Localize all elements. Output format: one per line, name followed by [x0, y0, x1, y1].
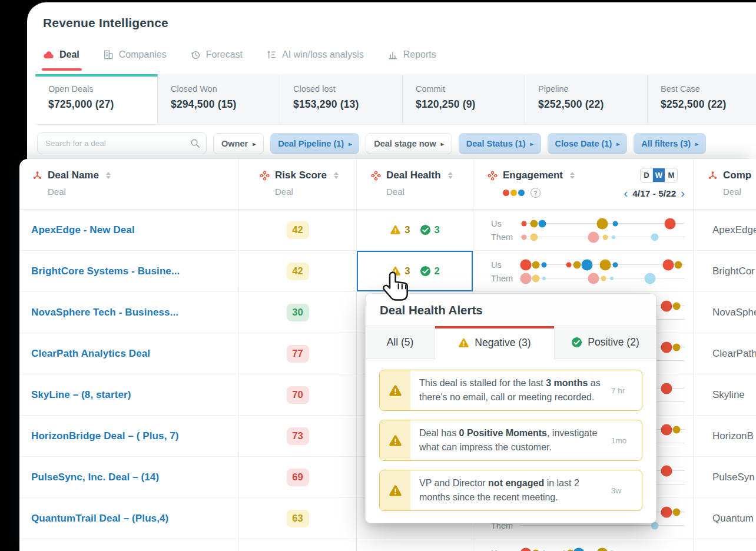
- risk-score-cell: 70: [238, 374, 356, 415]
- deal-name-cell: NovaSphere Tech - Business...: [19, 292, 238, 333]
- next-icon[interactable]: ›: [681, 187, 685, 199]
- alert-message: Deal has 0 Positive Moments, investigate…: [419, 426, 609, 454]
- column-header-deal-name[interactable]: Deal NameDeal: [19, 159, 238, 209]
- caret-right-icon: ▸: [253, 141, 256, 147]
- period-toggle: DWM: [640, 168, 678, 182]
- tab-forecast[interactable]: Forecast: [190, 49, 243, 60]
- tab-label: Forecast: [206, 49, 243, 60]
- engagement-dot: [573, 547, 585, 551]
- sprocket-icon: [32, 171, 42, 181]
- caret-right-icon: ▸: [349, 141, 352, 147]
- sort-icon[interactable]: [106, 172, 111, 180]
- period-option-w[interactable]: W: [652, 168, 665, 182]
- deal-name-link[interactable]: ClearPath Analytics Deal: [31, 348, 150, 360]
- sort-icon[interactable]: [334, 172, 339, 180]
- tab-reports[interactable]: Reports: [387, 49, 436, 60]
- alert-card: This deal is stalled for the last 3 mont…: [379, 370, 642, 411]
- company-cell: BrightCor: [693, 251, 756, 291]
- engagement-dot: [662, 259, 674, 270]
- engagement-dot: [532, 274, 540, 282]
- filter-button-deal-stage-now[interactable]: Deal stage now▸: [366, 133, 452, 154]
- sort-icon[interactable]: [448, 172, 453, 180]
- column-header-deal-health[interactable]: Deal HealthDeal: [356, 159, 473, 209]
- summary-card-commit[interactable]: Commit$120,250 (9): [403, 74, 525, 124]
- engagement-dot: [532, 261, 540, 268]
- risk-score-cell: 69: [238, 457, 356, 497]
- deal-name-link[interactable]: NovaSphere Tech - Business...: [31, 307, 178, 318]
- negative-count: 3: [404, 224, 410, 235]
- negative-count: 3: [404, 265, 410, 277]
- risk-score-cell: 42: [238, 251, 356, 291]
- deal-name-link[interactable]: BrightCore Systems - Busine...: [31, 265, 180, 277]
- table-header-row: Deal NameDealRisk ScoreDealDeal HealthDe…: [19, 159, 756, 210]
- summary-card-pipeline[interactable]: Pipeline$252,500 (22): [525, 74, 648, 124]
- period-option-d[interactable]: D: [641, 168, 652, 182]
- deal-name-link[interactable]: QuantumTrail Deal – (Plus,4): [31, 513, 168, 525]
- engagement-dot: [573, 261, 581, 268]
- tab-deal[interactable]: Deal: [43, 49, 79, 60]
- alert-icon-strip: [380, 370, 410, 410]
- deal-name-cell: [19, 539, 238, 551]
- filter-button-deal-status-1[interactable]: Deal Status (1)▸: [459, 133, 541, 154]
- summary-card-best-case[interactable]: Best Case$252,500 (22): [648, 74, 756, 124]
- popup-tab-positive-2[interactable]: Positive (2): [555, 326, 656, 359]
- engagement-dot: [520, 547, 532, 551]
- engagement-dot: [522, 221, 527, 226]
- table-row: ApexEdge - New Deal4233UsThemApexEdge: [19, 210, 756, 251]
- active-tab-indicator: [435, 326, 554, 328]
- column-header-risk-score[interactable]: Risk ScoreDeal: [238, 159, 356, 209]
- popup-tab-negative-3[interactable]: Negative (3): [435, 326, 555, 359]
- engagement-dot: [674, 261, 682, 268]
- column-header-engagement[interactable]: Engagement?DWM‹4/17 - 5/22›: [473, 159, 693, 209]
- table-row: UsThem: [19, 539, 756, 551]
- filter-button-label: Close Date (1): [555, 139, 612, 148]
- summary-card-open-deals[interactable]: Open Deals$725,000 (27): [35, 74, 158, 124]
- summary-card-value: $725,000 (27): [48, 98, 157, 111]
- company-cell: Quantum: [693, 498, 756, 539]
- engagement-dot: [651, 233, 659, 241]
- summary-card-label: Closed lost: [293, 84, 402, 94]
- deal-health-cell[interactable]: 32: [356, 251, 473, 291]
- engagement-cell: UsThem: [473, 251, 693, 291]
- company-cell: ClearPath: [693, 333, 756, 374]
- deal-health-alerts-popup: Deal Health Alerts All (5)Negative (3)Po…: [365, 293, 656, 523]
- popup-tab-all-5[interactable]: All (5): [366, 326, 435, 359]
- search-input[interactable]: [37, 132, 207, 154]
- engagement-dot: [582, 259, 593, 270]
- column-title: Comp: [723, 170, 751, 181]
- prev-icon[interactable]: ‹: [624, 187, 628, 199]
- deal-name-link[interactable]: PulseSync, Inc. Deal – (14): [31, 472, 159, 483]
- period-option-m[interactable]: M: [665, 168, 677, 182]
- caret-right-icon: ▸: [616, 141, 619, 147]
- deal-name-cell: BrightCore Systems - Busine...: [19, 251, 238, 291]
- filter-button-deal-pipeline-1[interactable]: Deal Pipeline (1)▸: [270, 133, 359, 154]
- deal-name-link[interactable]: HorizonBridge Deal – ( Plus, 7): [31, 430, 179, 442]
- filter-button-owner[interactable]: Owner▸: [213, 133, 264, 154]
- summary-card-closed-lost[interactable]: Closed lost$153,290 (13): [280, 74, 403, 124]
- tab-ai-win-loss-analysis[interactable]: AI win/loss analysis: [266, 49, 364, 60]
- summary-card-closed-won[interactable]: Closed Won$294,500 (15): [158, 74, 280, 124]
- summary-card-value: $294,500 (15): [171, 98, 280, 111]
- filter-buttons: Owner▸Deal Pipeline (1)▸Deal stage now▸D…: [213, 133, 706, 154]
- engagement-dot: [566, 262, 572, 267]
- deal-health-cell[interactable]: [356, 539, 473, 551]
- filter-button-all-filters-3[interactable]: All filters (3)▸: [634, 133, 706, 154]
- company-name: PulseSyn: [712, 472, 755, 483]
- deal-name-link[interactable]: SkyLine – (8, starter): [31, 389, 131, 401]
- company-name: ApexEdge: [712, 224, 756, 236]
- engagement-row-label: Them: [491, 233, 519, 242]
- engagement-cell: UsThem: [473, 539, 693, 551]
- deal-name-link[interactable]: ApexEdge - New Deal: [31, 224, 135, 236]
- sort-icon[interactable]: [570, 172, 575, 180]
- companies-icon: [103, 49, 114, 60]
- alert-icon-strip: [380, 470, 410, 510]
- table-row: BrightCore Systems - Busine...4232UsThem…: [19, 251, 756, 292]
- alert-message: VP and Director not engaged in last 2 mo…: [419, 476, 609, 504]
- deal-name-cell: PulseSync, Inc. Deal – (14): [19, 457, 238, 497]
- engagement-dot: [644, 273, 655, 284]
- deal-health-cell[interactable]: 33: [356, 210, 473, 250]
- help-icon[interactable]: ?: [530, 188, 541, 198]
- engagement-dot: [661, 506, 672, 517]
- tab-companies[interactable]: Companies: [103, 49, 167, 60]
- filter-button-close-date-1[interactable]: Close Date (1)▸: [548, 133, 628, 154]
